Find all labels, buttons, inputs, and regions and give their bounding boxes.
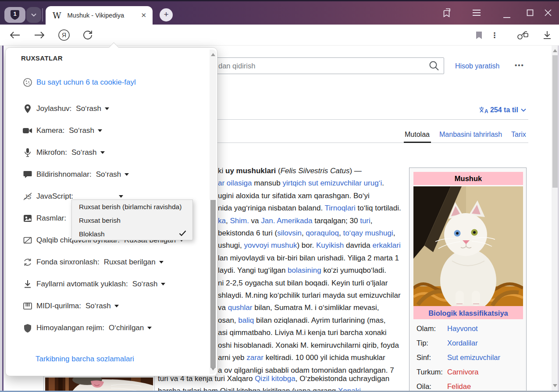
wiki-link[interactable]: yirtqich sut emizuvchilar urugʻi	[282, 179, 382, 187]
permission-value-button[interactable]: Ruxsat berilgan	[104, 258, 156, 267]
tab-read[interactable]: Mutolaa	[405, 131, 430, 139]
article-text-segment: barcha turlari ham Qizil kitobga kiritil…	[158, 387, 338, 391]
caret-down-icon[interactable]	[147, 327, 152, 329]
close-icon	[544, 8, 552, 17]
kitten-photo[interactable]	[413, 186, 523, 306]
permission-row-protected-mode: Himoyalangan rejim: Oʻchirilgan	[22, 323, 152, 333]
search-input[interactable]	[199, 57, 444, 74]
cookies-link[interactable]: Bu sayt uchun 6 ta cookie-fayl	[36, 78, 136, 87]
scroll-down-arrow[interactable]	[553, 384, 557, 387]
close-window-button[interactable]	[544, 7, 552, 18]
tab-title: Mushuk - Vikipediya	[68, 12, 125, 19]
wiki-link[interactable]: silovsin	[277, 229, 302, 237]
yandex-search-button[interactable]: Я	[55, 25, 73, 46]
cookies-row[interactable]: Bu sayt uchun 6 ta cookie-fayl	[22, 77, 136, 88]
browser-tab[interactable]: W Mushuk - Vikipediya ✕	[46, 6, 153, 25]
passwords-button[interactable]	[514, 25, 531, 46]
panel-scroll-down-arrow[interactable]	[211, 367, 215, 371]
wiki-link[interactable]: Qizil kitobga	[255, 374, 296, 383]
caret-down-icon[interactable]	[100, 151, 105, 154]
languages-count: 254 ta til	[490, 106, 518, 114]
tab-group-chevron-button[interactable]	[26, 7, 41, 23]
permission-row-auto-download: Fayllarni avtomatik yuklash: Soʻrash	[22, 279, 165, 289]
images-icon	[22, 213, 33, 224]
all-content-settings-link[interactable]: Tarkibning barcha sozlamalari	[36, 355, 134, 363]
bookmark-button[interactable]	[472, 25, 486, 46]
article-text-segment: nida yagʻriniga nisbatan baland.	[218, 204, 325, 212]
taxon-link[interactable]: Xordalilar	[447, 339, 478, 347]
permission-value-button[interactable]: Oʻchirilgan	[109, 324, 144, 332]
article-line: lan miyovlaydi va bir-biri bilan urishad…	[218, 252, 409, 264]
dropdown-option-allow[interactable]: Ruxsat berish	[72, 214, 192, 227]
wiki-link[interactable]: erkaklari	[372, 241, 400, 249]
tab-edit-source[interactable]: Manbasini tahrirlash	[439, 131, 502, 139]
dropdown-option-block[interactable]: Bloklash	[72, 227, 192, 241]
article-line: osan, baliq bilan oziqlanadi. Ayrim turl…	[218, 314, 409, 327]
caret-down-icon[interactable]	[119, 195, 123, 198]
caret-down-icon[interactable]	[161, 283, 165, 285]
wiki-link[interactable]: Shim.	[230, 217, 249, 225]
permission-value-button[interactable]: Soʻrash	[69, 126, 94, 135]
tab-group-badge[interactable]: 1	[4, 7, 25, 23]
article-thumbnail[interactable]	[43, 376, 155, 391]
dropdown-option-allow-default[interactable]: Ruxsat berish (birlamchi ravishda)	[72, 200, 192, 214]
panel-scroll-up-arrow[interactable]	[211, 53, 215, 56]
back-button[interactable]	[5, 25, 25, 46]
wiki-link[interactable]: bolasining	[288, 266, 321, 274]
caret-down-icon[interactable]	[98, 129, 102, 132]
scroll-up-arrow[interactable]	[553, 49, 557, 52]
article-text-segment: bilan, Sumatra M. i oʻsimliklar mevasi,	[252, 303, 379, 312]
tab-group-pill[interactable]: 1	[4, 7, 41, 23]
forward-button[interactable]	[30, 25, 49, 46]
tab-history[interactable]: Tarix	[511, 131, 526, 139]
taxon-red-link[interactable]: Carnivora	[447, 368, 479, 376]
collections-button[interactable]	[442, 7, 453, 18]
caret-down-icon[interactable]	[125, 173, 129, 176]
wiki-link[interactable]: Xonaki	[338, 387, 361, 391]
permission-label: Kamera:	[36, 126, 64, 135]
permission-value-button[interactable]: Soʻrash	[71, 148, 97, 157]
wiki-link[interactable]: Jan. Amerikada	[261, 217, 312, 225]
panel-scrollbar[interactable]	[210, 50, 216, 374]
wiki-link[interactable]: zarar	[246, 353, 263, 362]
refresh-button[interactable]	[79, 25, 96, 46]
taxon-red-link[interactable]: Felidae	[447, 382, 471, 391]
microphone-icon	[22, 147, 33, 158]
permission-value-button[interactable]: Soʻrash	[132, 280, 158, 289]
panel-scrollbar-thumb[interactable]	[210, 200, 216, 368]
caret-down-icon[interactable]	[105, 107, 109, 110]
taxon-link[interactable]: Sut emizuvchilar	[447, 353, 500, 362]
permission-value-button[interactable]: Soʻrash	[85, 302, 111, 310]
taxon-link[interactable]: Hayvonot	[447, 324, 478, 333]
wiki-link[interactable]: turi	[360, 217, 370, 225]
wiki-link[interactable]: qushlar	[228, 303, 253, 312]
caret-down-icon[interactable]	[159, 261, 164, 264]
language-selector[interactable]: A 254 ta til	[451, 106, 526, 114]
wiki-link[interactable]: ar oilasiga	[218, 179, 252, 187]
wiki-link[interactable]: toʻqay mushugi	[343, 229, 393, 237]
create-account-link[interactable]: Hisob yaratish	[455, 62, 499, 70]
wiki-link[interactable]: yovvoyi mushuk	[244, 241, 297, 249]
infobox-row: Turkum: Carnivora	[413, 367, 522, 377]
minimize-button[interactable]	[502, 10, 511, 21]
wiki-link[interactable]: Kuyikish	[316, 241, 344, 249]
header-more-button[interactable]: •••	[515, 61, 524, 69]
wiki-link[interactable]: ka	[218, 217, 226, 225]
article-line: ar oilasiga mansub yirtqich sut emizuvch…	[218, 177, 409, 189]
menu-button[interactable]	[472, 7, 481, 18]
caret-down-icon[interactable]	[114, 305, 119, 307]
wiki-link[interactable]: baliq	[238, 316, 254, 324]
downloads-button[interactable]	[538, 25, 556, 46]
wiki-link[interactable]: qoraquloq	[306, 229, 339, 237]
tab-close-icon[interactable]: ✕	[141, 11, 146, 19]
article-text-segment: ) —	[349, 167, 361, 175]
new-tab-button[interactable]: +	[160, 8, 173, 21]
page-scrollbar-thumb[interactable]	[552, 55, 558, 188]
permission-value-button[interactable]: Soʻrash	[76, 104, 101, 113]
maximize-button[interactable]	[526, 7, 534, 18]
permission-value-button[interactable]: Soʻrash	[96, 170, 121, 179]
search-icon[interactable]	[428, 60, 440, 73]
address-more-button[interactable]: ⋮	[488, 25, 501, 46]
wiki-link[interactable]: Tirnoqlari	[325, 204, 356, 212]
permission-label: Himoyalangan rejim:	[36, 324, 104, 332]
